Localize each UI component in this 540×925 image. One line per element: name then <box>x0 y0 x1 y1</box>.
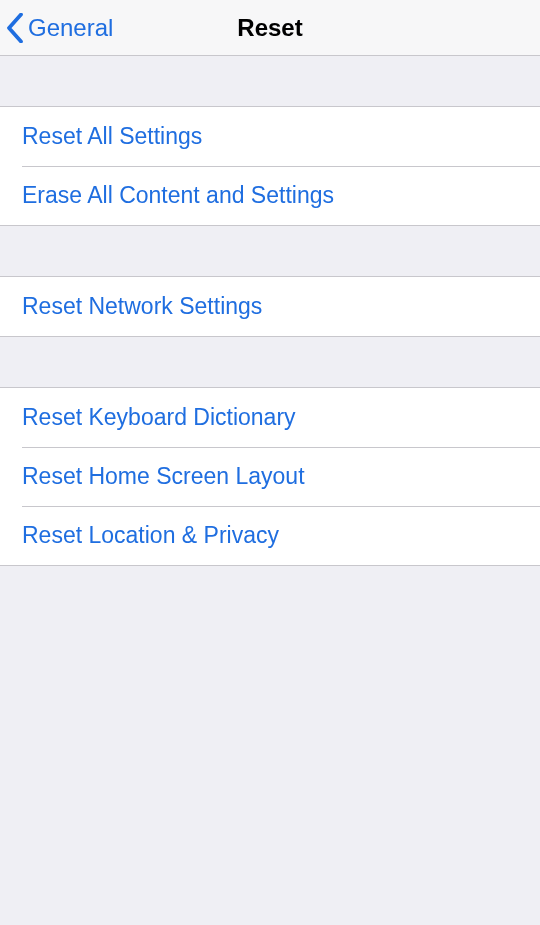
navigation-bar: General Reset <box>0 0 540 56</box>
reset-network-settings-cell[interactable]: Reset Network Settings <box>0 277 540 336</box>
reset-location-privacy-cell[interactable]: Reset Location & Privacy <box>0 506 540 565</box>
cell-label: Reset Location & Privacy <box>22 522 279 548</box>
section-gap <box>0 226 540 276</box>
section-gap <box>0 337 540 387</box>
chevron-left-icon <box>6 13 24 43</box>
cell-label: Reset Network Settings <box>22 293 262 319</box>
reset-keyboard-dictionary-cell[interactable]: Reset Keyboard Dictionary <box>0 388 540 447</box>
settings-group: Reset All Settings Erase All Content and… <box>0 106 540 226</box>
cell-label: Reset Home Screen Layout <box>22 463 305 489</box>
cell-label: Reset All Settings <box>22 123 202 149</box>
settings-group: Reset Keyboard Dictionary Reset Home Scr… <box>0 387 540 566</box>
settings-group: Reset Network Settings <box>0 276 540 337</box>
content-area: Reset All Settings Erase All Content and… <box>0 56 540 566</box>
back-button[interactable]: General <box>6 0 113 55</box>
reset-home-screen-layout-cell[interactable]: Reset Home Screen Layout <box>0 447 540 506</box>
reset-all-settings-cell[interactable]: Reset All Settings <box>0 107 540 166</box>
cell-label: Reset Keyboard Dictionary <box>22 404 296 430</box>
cell-label: Erase All Content and Settings <box>22 182 334 208</box>
erase-all-content-settings-cell[interactable]: Erase All Content and Settings <box>0 166 540 225</box>
section-gap <box>0 56 540 106</box>
back-label: General <box>28 14 113 42</box>
